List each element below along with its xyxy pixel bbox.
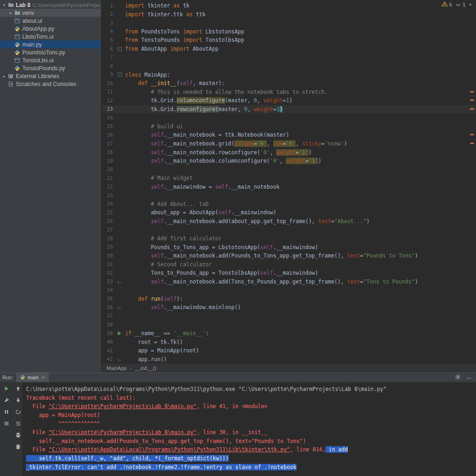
code-line-41[interactable]: 41 app = MainApp(root): [102, 346, 476, 355]
tree-item-venv[interactable]: ▸venv: [0, 9, 101, 17]
tree-item-project-root[interactable]: ▾ Lab 8 C:\Users\potte\PycharmProjects\L: [0, 1, 101, 9]
console-line-5[interactable]: ^^^^^^^^^^^^^: [26, 419, 476, 428]
breadcrumb-item-class[interactable]: MainApp: [106, 365, 126, 371]
run-console[interactable]: C:\Users\potte\AppData\Local\Programs\Py…: [24, 383, 476, 476]
code-line-40[interactable]: 40 root = tk.Tk(): [102, 337, 476, 346]
console-line-4[interactable]: app = MainApp(root): [26, 411, 476, 420]
trash-button[interactable]: [15, 443, 21, 450]
console-line-2[interactable]: Traceback (most recent call last):: [26, 394, 476, 403]
code-line-27[interactable]: 27: [102, 225, 476, 234]
code-line-31[interactable]: 31 # Second calculator: [102, 260, 476, 269]
console-line-6[interactable]: File "C:\Users\potte\PycharmProjects\Lab…: [26, 428, 476, 437]
tree-item-external-libraries[interactable]: ▸External Libraries: [0, 72, 101, 80]
tree-item-aboutapp-py[interactable]: AboutApp.py: [0, 25, 101, 33]
console-output: C:\Users\potte\AppData\Local\Programs\Py…: [26, 385, 476, 471]
fold-end-icon[interactable]: [114, 358, 125, 361]
code-line-23[interactable]: 23: [102, 191, 476, 200]
fold-end-icon[interactable]: [114, 280, 125, 283]
softwrap-button[interactable]: [15, 420, 21, 426]
console-line-3[interactable]: File "C:\Users\potte\PycharmProjects\Lab…: [26, 402, 476, 411]
settings-gear-icon[interactable]: [455, 374, 461, 381]
code-line-24[interactable]: 24 # Add About... tab: [102, 200, 476, 209]
breadcrumb-item-method[interactable]: __init__(): [135, 365, 156, 371]
code-line-16[interactable]: 16 self.__main_notebook = ttk.Notebook(m…: [102, 131, 476, 139]
file-link[interactable]: "C:\Users\potte\PycharmProjects\Lab 8\ma…: [48, 403, 197, 410]
code-line-21[interactable]: 21 # Main widget: [102, 174, 476, 183]
restart-button[interactable]: [15, 409, 21, 415]
code-line-15[interactable]: 15 # build ui: [102, 122, 476, 131]
code-line-5[interactable]: 5from TonstoPounds import TonstolbsApp: [102, 36, 476, 45]
code-line-1[interactable]: 1import tkinter as tk: [102, 1, 476, 10]
chevron-down-icon[interactable]: ▾: [469, 2, 471, 7]
menu-button[interactable]: [3, 420, 10, 426]
code-line-34[interactable]: 34: [102, 286, 476, 295]
code-line-30[interactable]: 30 self.__main_notebook.add(Pounds_to_To…: [102, 251, 476, 260]
code-line-36[interactable]: 36 self.__mainwindow.mainloop(): [102, 303, 476, 312]
code-line-13[interactable]: 13 tk.Grid.rowconfigure(master, 0, weigh…: [102, 105, 476, 114]
line-number: 3: [102, 20, 114, 26]
code-line-14[interactable]: 14: [102, 113, 476, 122]
chevron-collapsed-icon[interactable]: ▸: [8, 11, 13, 15]
code-line-20[interactable]: 20: [102, 165, 476, 174]
rerun-button[interactable]: [3, 385, 10, 391]
file-link[interactable]: "C:\Users\potte\PycharmProjects\Lab 8\ma…: [48, 429, 197, 436]
code-line-19[interactable]: 19 self.__main_notebook.columnconfigure(…: [102, 157, 476, 165]
code-line-25[interactable]: 25 about_app = AboutApp(self.__mainwindo…: [102, 208, 476, 217]
code-line-2[interactable]: 2import tkinter.ttk as ttk: [102, 10, 476, 19]
run-line-icon[interactable]: [114, 331, 125, 336]
code-line-6[interactable]: 6-from AboutApp import AboutApp: [102, 45, 476, 53]
code-line-17[interactable]: 17 self.__main_notebook.grid(column='0',…: [102, 139, 476, 148]
chevron-collapsed-icon[interactable]: ▸: [1, 74, 7, 79]
console-line-10[interactable]: _tkinter.TclError: can't add .!notebook.…: [26, 463, 476, 471]
tree-item-poundstotons-py[interactable]: PoundstoTons.py: [0, 48, 101, 56]
tree-item-tonstopounds-py[interactable]: TonstoPounds.py: [0, 64, 101, 72]
down-button[interactable]: [15, 397, 21, 403]
tree-item-lbstotons-ui[interactable]: LbstoTons.ui: [0, 33, 101, 40]
code-line-29[interactable]: 29 Pounds_to_Tons_app = LbstotonsApp(sel…: [102, 243, 476, 251]
inspections-widget[interactable]: 6 1 ▾: [442, 1, 471, 7]
code-line-37[interactable]: 37: [102, 312, 476, 321]
tree-item-scratches-and-consoles[interactable]: Scratches and Consoles: [0, 80, 101, 88]
fold-collapse-icon[interactable]: -: [114, 73, 125, 77]
print-button[interactable]: [15, 432, 21, 438]
line-number: 13: [102, 106, 114, 112]
wrench-button[interactable]: [3, 397, 10, 403]
chevron-expanded-icon[interactable]: ▾: [1, 3, 7, 7]
code-line-39[interactable]: 39if __name__ == '__main__':: [102, 329, 476, 338]
console-line-8[interactable]: File "C:\Users\potte\AppData\Local\Progr…: [26, 445, 476, 454]
console-line-9[interactable]: self.tk.call(self._w, "add", child, *(_f…: [26, 454, 476, 463]
tree-item-tonstolbs-ui[interactable]: TonstoLbs.ui: [0, 56, 101, 64]
code-line-26[interactable]: 26 self.__main_notebook.add(about_app.ge…: [102, 217, 476, 226]
line-number: 19: [102, 158, 114, 164]
code-line-12[interactable]: 12 tk.Grid.columnconfigure(master, 0, we…: [102, 96, 476, 105]
code-line-8[interactable]: 8: [102, 62, 476, 71]
code-line-33[interactable]: 33 self.__main_notebook.add(Tons_to_Poun…: [102, 278, 476, 286]
hide-icon[interactable]: —: [466, 375, 471, 380]
code-line-3[interactable]: 3: [102, 19, 476, 27]
code-line-7[interactable]: 7: [102, 53, 476, 62]
code-line-42[interactable]: 42 app.run(): [102, 355, 476, 364]
fold-collapse-icon[interactable]: -: [114, 47, 125, 51]
pause-button[interactable]: [3, 409, 10, 415]
console-line-1[interactable]: C:\Users\potte\AppData\Local\Programs\Py…: [26, 385, 476, 394]
tree-item-label: PoundstoTons.py: [22, 49, 65, 56]
close-icon[interactable]: ×: [42, 375, 45, 380]
code-line-28[interactable]: 28 # Add first calculator: [102, 234, 476, 243]
code-line-38[interactable]: 38: [102, 320, 476, 329]
console-line-7[interactable]: self.__main_notebook.add(Pounds_to_Tons_…: [26, 437, 476, 446]
code-line-35[interactable]: 35 def run(self):: [102, 295, 476, 304]
code-line-22[interactable]: 22 self.__mainwindow = self.__main_noteb…: [102, 182, 476, 191]
code-line-9[interactable]: 9-class MainApp:: [102, 70, 476, 79]
code-line-4[interactable]: 4from PoundstoTons import LbstotonsApp: [102, 27, 476, 36]
code-editor[interactable]: 1import tkinter as tk2import tkinter.ttk…: [102, 0, 476, 364]
code-line-11[interactable]: 11 # This is needed to allow the noteboo…: [102, 87, 476, 96]
run-tab-main[interactable]: main ×: [16, 373, 48, 382]
fold-end-icon[interactable]: [114, 306, 125, 309]
up-button[interactable]: [15, 385, 21, 391]
tree-item-main-py[interactable]: main.py: [0, 40, 101, 48]
code-line-32[interactable]: 32 Tons_to_Pounds_app = TonstolbsApp(sel…: [102, 269, 476, 278]
code-line-10[interactable]: 10 def __init__(self, master):: [102, 79, 476, 88]
code-line-18[interactable]: 18 self.__main_notebook.rowconfigure('0'…: [102, 148, 476, 157]
tree-item-about-ui[interactable]: about.ui: [0, 17, 101, 25]
file-link[interactable]: "C:\Users\potte\AppData\Local\Programs\P…: [48, 446, 290, 453]
